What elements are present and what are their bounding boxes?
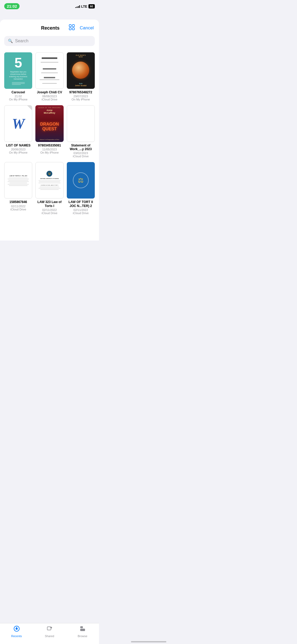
files-grid: 5 Negotiation tips youshould know before… bbox=[0, 50, 99, 217]
cancel-button[interactable]: Cancel bbox=[78, 25, 94, 31]
status-time: 21:02 bbox=[4, 4, 20, 9]
search-icon: 🔍 bbox=[8, 39, 13, 43]
file-date: 08/08/2023 bbox=[42, 95, 57, 98]
file-name: 9780345335081 bbox=[38, 144, 61, 147]
status-icons: LTE 60 bbox=[75, 4, 95, 8]
file-name: LIST OF NAMES bbox=[6, 144, 31, 147]
signal-icon bbox=[75, 5, 80, 8]
file-location: On My iPhone bbox=[9, 151, 27, 154]
status-bar: 21:02 LTE 60 bbox=[0, 0, 99, 12]
file-location: iCloud Drive bbox=[10, 208, 26, 211]
search-input[interactable]: Search bbox=[15, 39, 29, 43]
top-bg bbox=[0, 12, 99, 20]
file-item-dragon[interactable]: Queen of the Dragons AnneMcCaffrey DRAGO… bbox=[35, 105, 63, 158]
file-item-cv[interactable]: Joseph Chidi CV 08/08/2023 iCloud Drive bbox=[35, 52, 63, 101]
file-item-law323[interactable]: U NATIONAL UNIVERSITY OF NIGERIA COURSE … bbox=[35, 162, 63, 215]
main-sheet: Recents Cancel 🔍 Search 5 Negoti bbox=[0, 20, 99, 241]
file-location: On My iPhone bbox=[72, 98, 90, 101]
file-location: On My iPhone bbox=[40, 151, 59, 154]
file-name: LAW OF TORT II JOC N...TER) 2 bbox=[67, 200, 95, 208]
file-location: iCloud Drive bbox=[42, 98, 58, 101]
file-location: On My iPhone bbox=[9, 98, 27, 101]
file-item-torts2[interactable]: LAW OF TORTS II – PCL 304 1585867846 02/… bbox=[4, 162, 32, 215]
file-date: 11/05/2023 bbox=[42, 148, 57, 151]
file-date: 20/06/2023 bbox=[11, 148, 26, 151]
file-name: 9780765348272 bbox=[69, 90, 92, 94]
page-title: Recents bbox=[32, 25, 69, 31]
file-name: Joseph Chidi CV bbox=[37, 90, 62, 94]
file-date: 29/07/2023 bbox=[73, 95, 88, 98]
file-name: LAW 323 Law of Torts I bbox=[35, 200, 63, 208]
file-item-carousel[interactable]: 5 Negotiation tips youshould know before… bbox=[4, 52, 32, 101]
svg-rect-1 bbox=[72, 25, 74, 27]
file-date: 03/02/2023 bbox=[73, 151, 88, 155]
file-name: Statement of Work_...y 2023 bbox=[67, 144, 95, 151]
lte-label: LTE bbox=[81, 4, 87, 8]
svg-rect-2 bbox=[69, 28, 71, 30]
file-date: 02/11/2022 bbox=[42, 208, 57, 211]
file-item-oldman[interactable]: Old Man'sWar Scifi John Scalzi 978076534… bbox=[67, 52, 95, 101]
svg-rect-3 bbox=[72, 28, 74, 30]
file-name: Carousel bbox=[11, 90, 25, 94]
file-item-statement[interactable]: Statement of Work_...y 2023 03/02/2023 i… bbox=[67, 105, 95, 158]
header: Recents Cancel bbox=[0, 20, 99, 35]
file-location: iCloud Drive bbox=[73, 155, 89, 158]
grid-view-icon[interactable] bbox=[69, 24, 75, 32]
file-name: 1585867846 bbox=[10, 200, 27, 204]
file-location: iCloud Drive bbox=[73, 211, 89, 215]
file-date: 02/11/2022 bbox=[11, 205, 26, 208]
svg-rect-0 bbox=[69, 25, 71, 27]
file-item-listnames[interactable]: W LIST OF NAMES 20/06/2023 On My iPhone bbox=[4, 105, 32, 158]
file-date: 02/11/2022 bbox=[73, 208, 88, 211]
search-bar[interactable]: 🔍 Search bbox=[4, 36, 95, 46]
file-item-jocc[interactable]: ⚖ LAW OF TORT II JOC N...TER) 2 02/11/20… bbox=[67, 162, 95, 215]
battery-icon: 60 bbox=[88, 4, 95, 8]
file-location: iCloud Drive bbox=[42, 211, 58, 215]
file-date: 21:02 bbox=[15, 95, 22, 98]
